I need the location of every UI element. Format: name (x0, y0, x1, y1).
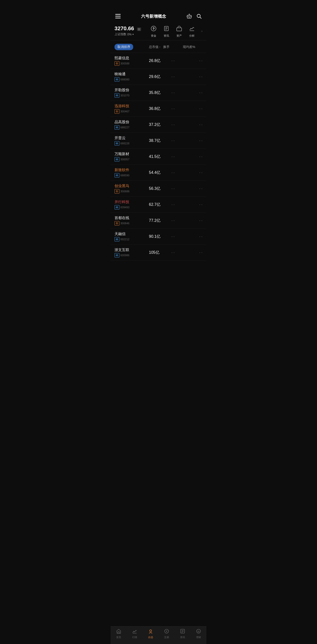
stock-name: 新致软件 (114, 168, 149, 172)
stock-turnover: - - (163, 139, 183, 142)
svg-rect-2 (115, 18, 121, 18)
stock-code: 688228 (120, 142, 129, 145)
stock-name: 浙文互联 (114, 248, 149, 252)
stock-row[interactable]: 首都在线 创 300846 77.2亿 - - - - (111, 213, 206, 229)
stock-tag: 融 (114, 77, 119, 82)
stock-code: 300057 (120, 158, 129, 161)
stock-row[interactable]: 熙菱信息 创 300588 26.8亿 - - - - (111, 53, 206, 69)
stock-info: 浙文互联 融 600986 (114, 248, 149, 258)
stock-row[interactable]: 开普云 融 688228 38.7亿 - - - - (111, 133, 206, 149)
stock-tag: 创 (114, 61, 119, 66)
stock-turnover: - - (163, 91, 183, 95)
stock-info: 开普云 融 688228 (114, 136, 149, 146)
chevron-down-icon: ▾ (132, 33, 134, 36)
action-news[interactable]: 资讯 (162, 24, 171, 38)
svg-rect-0 (115, 14, 121, 15)
action-money-label: 资金 (151, 34, 156, 38)
stock-diff: - - (183, 107, 203, 111)
stock-row[interactable]: 创业黑马 创 300688 56.3亿 - - - - (111, 181, 206, 197)
stock-diff: - - (183, 171, 203, 174)
stock-info: 映翰通 融 688080 (114, 72, 149, 82)
col-name-header: 取消排序 (114, 44, 149, 50)
stock-market-cap: 56.3亿 (149, 186, 163, 191)
stock-code: 301070 (120, 94, 129, 97)
action-assets[interactable]: 资产 (175, 24, 184, 38)
robot-icon[interactable] (186, 13, 193, 20)
stock-code: 688227 (120, 126, 129, 129)
stock-row[interactable]: 浙文互联 融 600986 105亿 - - - - (111, 245, 206, 261)
stock-info: 迅游科技 创 300467 (114, 104, 149, 114)
svg-point-5 (190, 16, 190, 17)
stock-row[interactable]: 迅游科技 创 300467 36.8亿 - - - - (111, 101, 206, 117)
stock-code-row: 创 300588 (114, 61, 149, 66)
stock-info: 熙菱信息 创 300588 (114, 56, 149, 66)
stock-market-cap: 77.2亿 (149, 218, 163, 223)
stock-name: 开勒股份 (114, 88, 149, 92)
stock-turnover: - - (163, 234, 183, 238)
stock-row[interactable]: 开勒股份 融 301070 35.8亿 - - - - (111, 85, 206, 101)
stock-diff: - - (183, 139, 203, 142)
svg-point-4 (188, 16, 189, 17)
stock-row[interactable]: 新致软件 融 688590 54.4亿 - - - - (111, 165, 206, 181)
stock-code: 688080 (120, 78, 129, 81)
menu-icon[interactable] (114, 13, 121, 20)
stock-turnover: - - (163, 171, 183, 174)
stock-diff: - - (183, 59, 203, 63)
cancel-sort-button[interactable]: 取消排序 (114, 44, 133, 50)
stock-info: 万顺新材 融 300057 (114, 152, 149, 162)
more-arrow[interactable]: › (201, 29, 203, 33)
stock-market-cap: 54.4亿 (149, 170, 163, 175)
stock-tag: 融 (114, 157, 119, 162)
stock-turnover: - - (163, 59, 183, 63)
action-analysis[interactable]: 分析 (188, 24, 196, 38)
svg-point-8 (189, 14, 190, 14)
table-header: 取消排序 总市值 ↑ 换手 现均差% (111, 41, 206, 53)
market-name[interactable]: 上证指数 0% ▾ (114, 32, 149, 36)
svg-line-12 (200, 17, 202, 19)
svg-rect-3 (187, 15, 191, 18)
col-diff-header[interactable]: 现均差% (183, 45, 203, 49)
stock-market-cap: 35.8亿 (149, 90, 163, 96)
stock-name: 首都在线 (114, 216, 149, 220)
stock-code: 600986 (120, 254, 129, 257)
stock-diff: - - (183, 250, 203, 254)
stock-info: 创业黑马 创 300688 (114, 184, 149, 194)
stock-turnover: - - (163, 75, 183, 79)
stock-row[interactable]: 品高股份 融 688227 37.2亿 - - - - (111, 117, 206, 133)
stock-tag: 融 (114, 173, 119, 178)
col-market-cap-header[interactable]: 总市值 ↑ (149, 45, 163, 49)
stock-info: 开勒股份 融 301070 (114, 88, 149, 98)
stock-market-cap: 41.5亿 (149, 154, 163, 159)
search-icon[interactable] (196, 13, 203, 20)
stock-diff: - - (183, 234, 203, 238)
stock-code: 300467 (120, 110, 129, 113)
stock-row[interactable]: 天融信 融 002212 90.1亿 - - - - (111, 229, 206, 245)
col-turnover-header[interactable]: 换手 (163, 45, 183, 49)
stock-turnover: - - (163, 187, 183, 190)
stock-code: 839493 (120, 206, 129, 209)
action-money[interactable]: 资金 (149, 24, 158, 38)
stock-name: 开普云 (114, 136, 149, 140)
stock-diff: - - (183, 75, 203, 79)
stock-row[interactable]: 万顺新材 融 300057 41.5亿 - - - - (111, 149, 206, 165)
stock-code: 300588 (120, 62, 129, 65)
sort-up-icon: ↑ (159, 46, 160, 48)
stock-code-row: 融 688590 (114, 173, 149, 178)
stock-code-row: 融 839493 (114, 205, 149, 210)
stock-code-row: 融 688228 (114, 141, 149, 146)
stock-diff: - - (183, 91, 203, 95)
stock-code-row: 融 002212 (114, 237, 149, 242)
stock-tag: 创 (114, 109, 119, 114)
top-nav: 六号新增概念 (111, 11, 206, 22)
stock-diff: - - (183, 123, 203, 127)
stock-row[interactable]: 并行科技 融 839493 62.7亿 - - - - (111, 197, 206, 213)
stock-name: 迅游科技 (114, 104, 149, 108)
status-bar (111, 0, 206, 11)
stock-name: 并行科技 (114, 200, 149, 204)
stock-tag: 融 (114, 125, 119, 130)
stock-info: 天融信 融 002212 (114, 232, 149, 242)
stock-row[interactable]: 映翰通 融 688080 29.6亿 - - - - (111, 69, 206, 85)
stock-code-row: 创 300688 (114, 189, 149, 194)
svg-rect-1 (115, 16, 121, 17)
stock-code-row: 创 300467 (114, 109, 149, 114)
